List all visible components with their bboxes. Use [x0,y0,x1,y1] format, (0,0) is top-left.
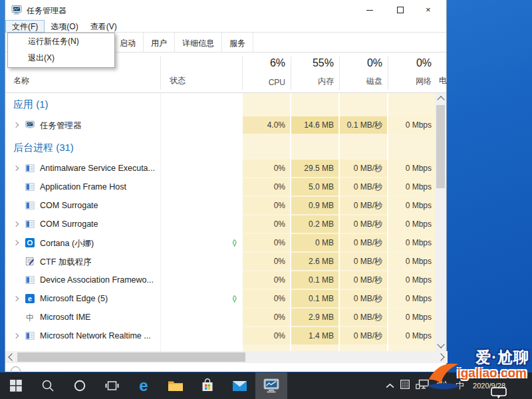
column-header-status[interactable]: 状态 [170,75,186,86]
menu-item-run-new-task[interactable]: 运行新任务(N) [8,33,114,50]
tray-volume-button[interactable] [436,379,450,392]
disk-value: 0 MB/秒 [340,197,387,214]
process-name: COM Surrogate [40,201,98,210]
memory-value: 1.4 MB [291,327,338,344]
process-icon [25,201,35,210]
disk-label: 磁盘 [366,76,382,87]
expand-chevron-icon[interactable] [13,296,19,301]
scroll-right-button[interactable] [436,351,448,363]
group-header[interactable]: 应用 (1) [5,93,436,116]
process-row[interactable]: e Microsoft Edge (5) 0% 0.1 MB 0 MB/秒 0 … [5,289,436,308]
menu-options[interactable]: 选项(O) [45,20,84,33]
start-button[interactable] [0,372,32,399]
menu-view[interactable]: 查看(V) [84,20,123,33]
process-name: Cortana (小娜) [40,238,94,249]
task-manager-taskbar-button[interactable] [255,372,287,399]
horizontal-scroll-thumb[interactable] [17,352,245,362]
cpu-value: 0% [243,271,290,289]
process-row[interactable]: Application Frame Host 0% 5.0 MB 0 MB/秒 … [5,178,436,196]
process-row[interactable]: CTF 加载程序 0% 2.6 MB 0 MB/秒 0 Mbps [5,252,436,271]
vertical-scrollbar[interactable] [435,93,446,351]
tab-startup[interactable]: 启动 [112,33,144,53]
process-name: Microsoft Network Realtime ... [40,331,151,340]
edge-taskbar-button[interactable]: e [128,372,160,399]
disk-value: 0 MB/秒 [340,271,387,289]
column-header-cpu[interactable]: 6% CPU [243,53,290,93]
window-title: 任务管理器 [27,5,66,17]
memory-value: 0.9 MB [291,197,338,214]
tray-taskmgr-meter[interactable] [400,380,410,392]
column-header-name[interactable]: 名称 [13,75,29,86]
process-row[interactable]: COM Surrogate 0% 0.2 MB 0 MB/秒 0 Mbps [5,215,436,233]
disk-total-percent: 0% [367,57,382,69]
minimize-button[interactable] [354,0,385,20]
ime-indicator[interactable]: 中 [456,380,464,392]
horizontal-scrollbar[interactable] [5,351,448,363]
column-header-disk[interactable]: 0% 磁盘 [340,53,387,93]
tray-expand-button[interactable] [386,380,394,392]
taskbar: e 中 2020/9/28 [0,372,532,399]
search-icon [41,379,55,392]
maximize-button[interactable] [385,0,416,20]
scroll-down-button[interactable] [435,340,446,351]
memory-value: 14.6 MB [291,116,338,134]
menu-item-exit[interactable]: 退出(X) [8,50,114,66]
process-row[interactable]: 中 Microsoft IME 0% 2.9 MB 0 MB/秒 0 Mbps [5,308,436,327]
vertical-scroll-thumb[interactable] [436,105,445,188]
taskbar-date: 2020/9/28 [473,382,505,390]
process-row[interactable]: COM Surrogate 0% 0.9 MB 0 MB/秒 0 Mbps [5,196,436,215]
column-header-network[interactable]: 0% 网络 [388,53,436,93]
tab-details[interactable]: 详细信息 [175,33,222,53]
tab-users[interactable]: 用户 [144,33,175,53]
process-row[interactable]: Cortana (小娜) 0% 0 MB 0 MB/秒 0 Mbps [5,233,436,252]
expand-chevron-icon[interactable] [13,122,19,128]
network-value: 0 Mbps [388,197,436,214]
cpu-value: 0% [243,215,290,233]
expand-chevron-icon[interactable] [13,221,19,227]
suspended-leaf-icon [230,294,239,303]
memory-value: 0.2 MB [291,215,338,233]
expand-chevron-icon[interactable] [13,333,19,338]
process-row[interactable]: 任务管理器 4.0% 14.6 MB 0.1 MB/秒 0 Mbps [5,116,436,134]
process-row[interactable]: Antimalware Service Executa... 0% 29.5 M… [5,159,436,178]
mail-button[interactable] [223,372,255,399]
group-header-label: 应用 (1) [13,98,49,111]
search-button[interactable] [32,372,64,399]
column-header-power-clipped[interactable]: 电 [439,75,447,86]
tray-network-button[interactable] [416,379,430,392]
process-icon [25,275,35,285]
process-rows: 应用 (1) 任务管理器 4.0% 14.6 MB 0.1 MB/秒 0 Mbp… [5,93,436,345]
svg-text:中: 中 [26,313,34,322]
process-icon [25,164,35,173]
disk-value: 0.1 MB/秒 [340,116,387,134]
process-name: Application Frame Host [40,182,126,192]
close-button[interactable]: × [416,0,446,20]
menu-file[interactable]: 文件(F) [5,20,45,33]
disk-value: 0 MB/秒 [340,253,387,270]
group-header-label: 后台进程 (31) [13,142,74,154]
store-button[interactable] [192,372,223,399]
chevron-up-icon [386,383,394,389]
scroll-up-button[interactable] [435,93,446,104]
memory-value: 5.0 MB [291,178,338,196]
group-header[interactable]: 后台进程 (31) [5,134,436,159]
process-row[interactable]: Microsoft Network Realtime ... 0% 1.4 MB… [5,327,436,345]
cpu-value: 0% [243,290,290,307]
scroll-left-button[interactable] [5,351,17,363]
titlebar[interactable]: 任务管理器 × [5,0,446,20]
memory-total-percent: 55% [313,57,334,69]
tab-services[interactable]: 服务 [222,33,253,53]
taskbar-clock[interactable]: 2020/9/28 [470,382,505,390]
process-row[interactable]: Device Association Framewo... 0% 0.1 MB … [5,271,436,289]
expand-chevron-icon[interactable] [13,240,19,245]
cortana-button[interactable] [64,372,96,399]
expand-chevron-icon[interactable] [13,166,19,171]
network-value: 0 Mbps [388,290,436,307]
svg-text:e: e [28,295,32,303]
column-header-memory[interactable]: 55% 内存 [291,53,338,93]
memory-value: 0.1 MB [291,271,338,289]
network-value: 0 Mbps [388,160,436,177]
file-explorer-button[interactable] [160,372,192,399]
disk-value: 0 MB/秒 [340,327,387,344]
task-view-button[interactable] [96,372,128,399]
